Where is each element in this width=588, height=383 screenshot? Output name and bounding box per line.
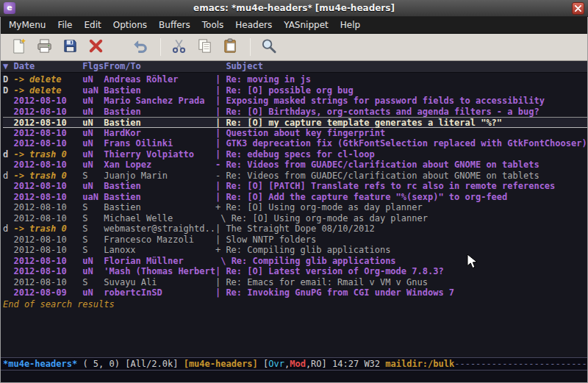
- header-row[interactable]: 2012-08-10SMichael Welle \ Re: [O] Using…: [3, 213, 587, 224]
- headers-buffer[interactable]: D-> deleteuNAndreas Röhler| Re: moving i…: [1, 73, 587, 357]
- paste-icon: [222, 37, 239, 57]
- subject-cell: Re: moving in js: [226, 74, 311, 85]
- date-cell: 2012-08-10: [13, 181, 82, 192]
- column-header-date[interactable]: ▼ Date: [3, 61, 82, 72]
- subject-cell: Re: [O] Latest version of Org-mode 7.8.3…: [226, 266, 443, 276]
- copy-icon: [196, 37, 213, 57]
- tool-bar: [1, 34, 587, 61]
- toolbar-button-new-file[interactable]: [7, 36, 30, 58]
- toolbar-button-print[interactable]: [32, 36, 56, 58]
- modeline-segment-mode: [mu4e-headers]: [184, 359, 263, 369]
- header-row[interactable]: 2012-08-10uaNBastien| Re: [O] Add the ca…: [3, 192, 587, 203]
- toolbar-button-save[interactable]: [58, 36, 82, 58]
- header-row[interactable]: d-> trash 0SJuanjo Marin- Re: Videos fro…: [3, 171, 587, 182]
- print-icon: [36, 37, 53, 57]
- header-row[interactable]: 2012-08-09uNrobertcInSD| Re: Invoking Gn…: [3, 287, 587, 298]
- header-row[interactable]: 2012-08-10uNFrans Oilinki| GTK3 deprecat…: [3, 138, 587, 149]
- menu-file[interactable]: File: [51, 18, 78, 32]
- header-row[interactable]: 2012-08-10uNBastien| Re: [O] [PATCH] Tra…: [3, 181, 587, 192]
- date-cell: 2012-08-10: [13, 202, 82, 213]
- flags-cell: uN: [82, 181, 104, 192]
- menu-yasnippet[interactable]: YASnippet: [278, 18, 334, 32]
- modeline-segment-plain: W32: [364, 359, 385, 369]
- thread-indicator: -: [215, 160, 226, 170]
- subject-cell: Re: [O] my capture template generates a …: [226, 118, 502, 128]
- emacs-icon: e: [4, 2, 15, 14]
- menu-edit[interactable]: Edit: [79, 18, 107, 32]
- header-row[interactable]: 2012-08-10SFrancesco Mazzoli| Slow NNTP …: [3, 235, 587, 246]
- header-row[interactable]: 2012-08-10uNMario Sanchez Prada| Exposin…: [3, 96, 587, 107]
- subject-cell: Question about key fingerprint: [226, 128, 385, 138]
- column-header-subject[interactable]: Subject: [215, 61, 263, 72]
- subject-cell: Re: Emacs for email: Rmail v VM v Gnus: [226, 277, 428, 287]
- date-cell: 2012-08-10: [13, 192, 82, 203]
- emacs-window: e emacs: *mu4e-headers* [mu4e-headers] M…: [0, 0, 588, 383]
- header-row[interactable]: D-> deleteuaNBastien| Re: [O] possible o…: [3, 85, 587, 96]
- header-row[interactable]: 2012-08-10uNBastien| Re: [O] Birthdays, …: [3, 107, 587, 118]
- date-cell: 2012-08-10: [13, 277, 82, 288]
- from-cell: Frans Oilinki: [104, 138, 215, 149]
- menu-options[interactable]: Options: [107, 18, 153, 32]
- from-cell: Bastien: [104, 107, 215, 118]
- header-row[interactable]: 2012-08-10uNFlorian Müllner \ Re: Compil…: [3, 256, 587, 267]
- header-row[interactable]: 2012-08-10uNHardKor| Question about key …: [3, 128, 587, 139]
- from-cell: Florian Müllner: [104, 256, 215, 267]
- header-row-current[interactable]: 2012-08-10uNBastien| Re: [O] my capture …: [3, 117, 587, 128]
- toolbar-button-copy[interactable]: [193, 36, 216, 58]
- column-header-flags[interactable]: Flgs: [82, 61, 104, 72]
- search-icon: [260, 37, 277, 57]
- header-row[interactable]: 2012-08-10uN'Mash (Thomas Herbert)| Re: …: [3, 266, 587, 277]
- thread-indicator: |: [215, 107, 226, 117]
- modeline-segment-ovr: Ovr: [268, 359, 284, 369]
- flags-cell: uN: [82, 160, 104, 171]
- modeline-segment-dashes: ----------------------------------------…: [454, 359, 587, 369]
- echo-area[interactable]: [1, 371, 587, 382]
- header-row[interactable]: 2012-08-10uNXan Lopez- Re: Videos from G…: [3, 160, 587, 171]
- flags-cell: uN: [82, 287, 104, 298]
- subject-cell: Re: Compiling glib applications: [232, 256, 396, 266]
- thread-indicator: +: [215, 202, 226, 212]
- thread-indicator: |: [215, 223, 226, 234]
- modeline-segment-plain: ( 5, 0): [77, 359, 125, 369]
- flags-cell: uN: [82, 256, 104, 267]
- column-header-from[interactable]: From/To: [104, 61, 215, 72]
- date-cell: 2012-08-10: [13, 138, 82, 149]
- window-close-button[interactable]: [572, 2, 584, 15]
- menu-headers[interactable]: Headers: [229, 18, 278, 32]
- thread-indicator: |: [215, 287, 226, 298]
- undo-icon: [132, 37, 149, 57]
- menu-mymenu[interactable]: MyMenu: [3, 18, 51, 32]
- mark-char: D: [3, 74, 13, 85]
- flags-cell: uN: [82, 96, 104, 107]
- toolbar-button-close-buffer[interactable]: [84, 36, 107, 58]
- from-cell: Bastien: [104, 202, 215, 213]
- from-cell: Bastien: [104, 118, 215, 129]
- cut-icon: [171, 37, 187, 57]
- from-cell: HardKor: [104, 128, 215, 139]
- toolbar-button-paste[interactable]: [218, 36, 242, 58]
- header-row[interactable]: 2012-08-10SBastien+ Re: [O] Using org-mo…: [3, 202, 587, 213]
- date-cell: 2012-08-10: [13, 245, 82, 256]
- close-buffer-icon: [87, 37, 104, 57]
- header-row[interactable]: d-> trash 0uNThierry Volpiatto| Re: edeb…: [3, 149, 587, 160]
- thread-indicator: |: [215, 85, 226, 96]
- menu-help[interactable]: Help: [334, 18, 366, 32]
- subject-cell: Re: [O] Birthdays, org-contacts and agen…: [226, 107, 539, 117]
- menu-buffers[interactable]: Buffers: [153, 18, 196, 32]
- thread-indicator: |: [215, 266, 226, 276]
- thread-indicator: -: [215, 171, 226, 181]
- from-cell: Bastien: [104, 85, 215, 96]
- header-row[interactable]: d-> trash 0Swebmaster@straightd...| The …: [3, 223, 587, 235]
- thread-indicator: \: [215, 256, 232, 266]
- toolbar-button-cut[interactable]: [167, 36, 190, 58]
- toolbar-button-undo[interactable]: [129, 36, 152, 58]
- menu-tools[interactable]: Tools: [196, 18, 230, 32]
- header-row[interactable]: D-> deleteuNAndreas Röhler| Re: moving i…: [3, 74, 587, 85]
- flags-cell: uN: [82, 74, 104, 85]
- header-row[interactable]: 2012-08-10SSuvayu Ali| Re: Emacs for ema…: [3, 277, 587, 288]
- flags-cell: S: [82, 235, 104, 246]
- from-cell: Juanjo Marin: [104, 171, 215, 182]
- header-row[interactable]: 2012-08-10SLanoxx+ Re: Compiling glib ap…: [3, 245, 587, 256]
- toolbar-button-search[interactable]: [257, 36, 280, 58]
- title-bar[interactable]: e emacs: *mu4e-headers* [mu4e-headers]: [0, 0, 588, 17]
